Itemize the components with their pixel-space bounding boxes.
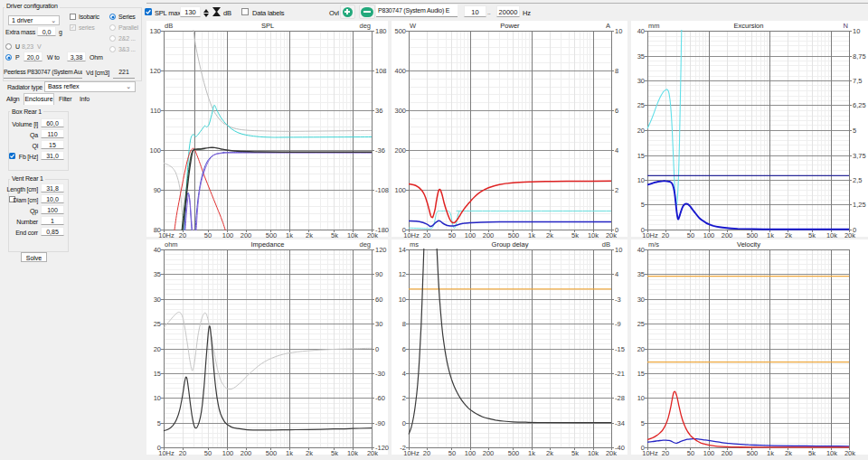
- svg-text:ohm: ohm: [165, 240, 178, 249]
- svg-text:500: 500: [508, 449, 520, 457]
- svg-text:10: 10: [154, 394, 161, 402]
- svg-text:2: 2: [615, 186, 618, 194]
- svg-text:7,5: 7,5: [853, 77, 862, 85]
- svg-text:110: 110: [150, 107, 161, 115]
- svg-text:200: 200: [722, 231, 733, 239]
- svg-text:40: 40: [637, 246, 645, 254]
- svg-text:1k: 1k: [767, 231, 774, 239]
- svg-text:1k: 1k: [286, 449, 293, 457]
- svg-text:50: 50: [448, 231, 456, 239]
- svg-text:8: 8: [402, 320, 406, 328]
- svg-text:20k: 20k: [606, 231, 617, 239]
- svg-text:8,75: 8,75: [853, 52, 866, 61]
- svg-text:20: 20: [179, 231, 186, 239]
- svg-text:25: 25: [154, 320, 161, 328]
- svg-text:40: 40: [637, 27, 645, 35]
- svg-text:10k: 10k: [826, 231, 837, 239]
- svg-text:8: 8: [615, 67, 618, 75]
- svg-text:10k: 10k: [826, 449, 837, 457]
- svg-text:5k: 5k: [571, 231, 579, 239]
- svg-text:10: 10: [853, 27, 860, 35]
- svg-text:deg: deg: [359, 240, 371, 249]
- svg-text:5k: 5k: [571, 449, 579, 457]
- svg-text:500: 500: [508, 231, 520, 239]
- svg-text:14: 14: [399, 246, 406, 254]
- svg-text:Power: Power: [500, 22, 520, 30]
- svg-text:-9: -9: [615, 320, 621, 328]
- svg-text:1k: 1k: [286, 231, 293, 239]
- svg-text:100: 100: [703, 449, 715, 457]
- svg-text:5: 5: [641, 201, 645, 209]
- svg-text:90: 90: [375, 270, 382, 278]
- svg-text:30: 30: [637, 77, 645, 85]
- svg-text:200: 200: [241, 449, 252, 457]
- svg-text:5k: 5k: [808, 449, 816, 457]
- svg-text:50: 50: [687, 449, 694, 457]
- svg-text:500: 500: [266, 231, 278, 239]
- svg-text:60: 60: [375, 296, 382, 304]
- svg-text:130: 130: [149, 27, 161, 35]
- svg-text:2k: 2k: [546, 231, 553, 239]
- svg-text:4: 4: [402, 370, 406, 378]
- svg-text:1,25: 1,25: [853, 201, 866, 209]
- svg-text:6: 6: [615, 107, 618, 115]
- svg-text:15: 15: [637, 152, 645, 160]
- svg-text:100: 100: [465, 231, 476, 239]
- svg-text:100: 100: [222, 449, 234, 457]
- svg-text:-21: -21: [615, 370, 625, 378]
- svg-text:500: 500: [747, 231, 759, 239]
- svg-text:20: 20: [662, 449, 669, 457]
- svg-text:5k: 5k: [331, 231, 338, 239]
- svg-text:10Hz: 10Hz: [403, 449, 420, 457]
- svg-text:-30: -30: [375, 370, 385, 378]
- svg-text:35: 35: [154, 270, 161, 278]
- svg-text:-90: -90: [375, 419, 385, 427]
- svg-text:500: 500: [747, 449, 759, 457]
- svg-text:-108: -108: [375, 186, 389, 194]
- svg-text:-60: -60: [375, 394, 385, 402]
- svg-text:50: 50: [204, 449, 212, 457]
- svg-text:10Hz: 10Hz: [642, 231, 658, 239]
- svg-text:2k: 2k: [785, 449, 792, 457]
- svg-text:ms: ms: [410, 240, 419, 249]
- svg-text:dB: dB: [165, 22, 173, 30]
- svg-text:20: 20: [423, 449, 430, 457]
- svg-text:2k: 2k: [306, 231, 313, 239]
- svg-text:10k: 10k: [588, 231, 599, 239]
- svg-text:0: 0: [375, 345, 379, 353]
- svg-text:20: 20: [662, 231, 669, 239]
- svg-text:deg: deg: [359, 22, 371, 30]
- svg-text:20k: 20k: [844, 449, 855, 457]
- svg-text:100: 100: [149, 146, 161, 155]
- svg-text:100: 100: [222, 231, 234, 239]
- svg-text:40: 40: [154, 246, 161, 254]
- svg-text:2k: 2k: [785, 231, 792, 239]
- svg-text:120: 120: [375, 246, 387, 254]
- svg-text:35: 35: [637, 270, 645, 278]
- svg-text:500: 500: [394, 27, 406, 35]
- svg-text:mm: mm: [648, 22, 660, 30]
- svg-text:A: A: [606, 22, 610, 30]
- svg-text:10k: 10k: [588, 449, 599, 457]
- svg-text:m/s: m/s: [648, 240, 659, 249]
- svg-text:50: 50: [687, 231, 694, 239]
- svg-text:500: 500: [266, 449, 278, 457]
- svg-text:10: 10: [637, 394, 645, 402]
- svg-text:Velocity: Velocity: [737, 240, 760, 249]
- svg-text:50: 50: [448, 449, 456, 457]
- svg-text:20k: 20k: [367, 449, 378, 457]
- svg-text:30: 30: [637, 296, 645, 304]
- svg-text:10Hz: 10Hz: [158, 231, 175, 239]
- svg-text:10: 10: [637, 176, 645, 184]
- svg-text:6,25: 6,25: [853, 101, 866, 109]
- svg-text:-3: -3: [615, 296, 621, 304]
- svg-text:10Hz: 10Hz: [642, 449, 658, 457]
- svg-text:1k: 1k: [528, 449, 535, 457]
- svg-text:1k: 1k: [528, 231, 535, 239]
- svg-text:20k: 20k: [844, 231, 855, 239]
- svg-text:-36: -36: [375, 146, 385, 155]
- svg-text:50: 50: [204, 231, 212, 239]
- svg-text:2: 2: [402, 394, 406, 402]
- svg-text:4: 4: [615, 270, 618, 278]
- svg-text:20k: 20k: [367, 231, 378, 239]
